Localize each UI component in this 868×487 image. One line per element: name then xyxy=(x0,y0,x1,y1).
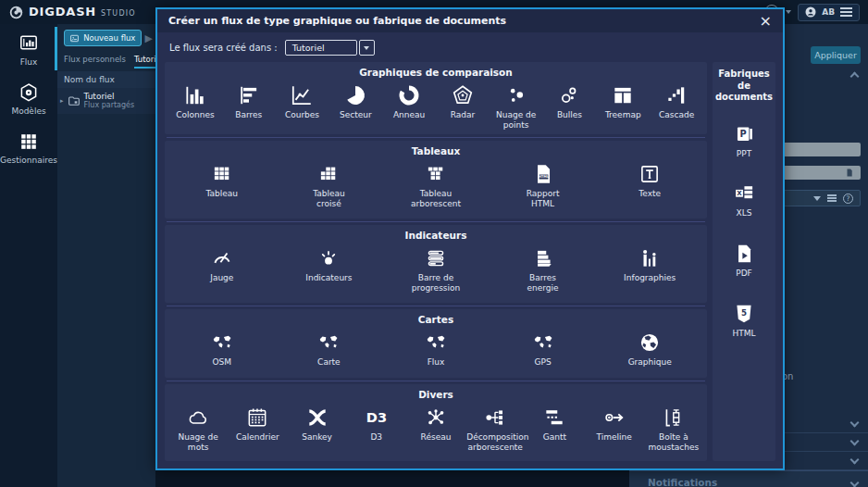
progress-bars-icon xyxy=(424,246,448,270)
globe-icon xyxy=(638,331,662,355)
flow-type-label: Décomposition arborescente xyxy=(466,432,524,453)
doc-factory-html[interactable]: 5HTML xyxy=(732,302,756,339)
new-flux-label: Nouveau flux xyxy=(83,33,135,43)
new-flux-button[interactable]: Nouveau flux xyxy=(64,30,142,46)
flow-type-label: GPS xyxy=(535,357,552,368)
sidebar-item-flux[interactable]: Flux xyxy=(0,24,57,73)
flow-type-anneau[interactable]: Anneau xyxy=(382,82,436,131)
flow-type-infographies[interactable]: Infographies xyxy=(596,245,703,293)
flow-type-label: Carte xyxy=(317,357,341,368)
options-icon[interactable] xyxy=(827,194,837,202)
flow-type-gantt[interactable]: Gantt xyxy=(525,405,584,453)
flux-list-header: Nom du flux xyxy=(57,71,155,88)
doc-factory-pdf[interactable]: PDF xyxy=(732,242,756,279)
flow-type-label: Colonnes xyxy=(176,110,214,120)
flow-type-decomposition-arborescente[interactable]: Décomposition arborescente xyxy=(465,405,525,453)
flow-type-treemap[interactable]: Treemap xyxy=(596,82,650,131)
flow-type-barre-de-progression[interactable]: Barre de progression xyxy=(382,245,490,293)
dropdown-caret-icon[interactable] xyxy=(813,196,821,201)
select-arrow-icon[interactable] xyxy=(359,40,375,56)
flow-type-reseau[interactable]: Réseau xyxy=(406,405,465,453)
section-indicateurs: IndicateursJaugeIndicateursBarre de prog… xyxy=(165,225,707,303)
sidebar-item-label: Flux xyxy=(20,57,38,67)
flow-type-radar[interactable]: Radar xyxy=(436,82,490,131)
tab-flux-personnels[interactable]: Flux personnels xyxy=(64,55,126,69)
flow-type-rapport-html[interactable]: HTMLRapport HTML xyxy=(490,161,597,209)
flow-type-label: Timeline xyxy=(597,432,632,443)
file-icon[interactable] xyxy=(845,168,854,178)
flow-type-colonnes[interactable]: Colonnes xyxy=(168,82,222,131)
flow-type-label: Texte xyxy=(639,189,661,199)
section-divider xyxy=(167,306,705,306)
flow-type-sankey[interactable]: Sankey xyxy=(287,405,346,453)
user-menu[interactable]: AB xyxy=(798,4,860,21)
flow-type-cascade[interactable]: Cascade xyxy=(650,82,703,131)
section-title: Tableaux xyxy=(168,145,703,156)
flow-type-osm[interactable]: OSM xyxy=(168,330,276,368)
doc-factory-ppt[interactable]: PPPT xyxy=(732,122,756,159)
flow-type-carte[interactable]: Carte xyxy=(276,330,383,368)
modal-title: Créer un flux de type graphique ou fabri… xyxy=(168,15,506,27)
flow-type-tableau-croise[interactable]: Tableau croisé xyxy=(276,161,383,209)
doc-factory-xls[interactable]: XXLS xyxy=(732,181,756,219)
collapse-up-icon[interactable] xyxy=(850,72,860,81)
flux-tree-item-tutoriel[interactable]: ▸ Tutoriel Flux partagés xyxy=(57,88,155,114)
flow-type-barres[interactable]: Barres xyxy=(222,82,276,131)
flow-type-jauge[interactable]: Jauge xyxy=(168,245,276,293)
flow-type-label: Barres energie xyxy=(515,273,572,293)
gantt-icon xyxy=(542,406,566,430)
app-logo: DIGDASH STUDIO xyxy=(0,5,136,20)
play-icon[interactable]: ▶ xyxy=(145,33,153,44)
flow-type-gps[interactable]: GPS xyxy=(490,330,597,368)
gauge-icon xyxy=(210,246,234,270)
flow-type-indicateurs[interactable]: Indicateurs xyxy=(276,245,383,293)
flow-type-bulles[interactable]: Bulles xyxy=(543,82,597,131)
flow-type-texte[interactable]: Texte xyxy=(596,161,703,209)
flow-type-label: Boîte à moustaches xyxy=(645,432,702,453)
close-icon[interactable]: × xyxy=(760,14,772,29)
flow-type-boite-a-moustaches[interactable]: Boîte à moustaches xyxy=(644,405,703,453)
flow-type-label: Cascade xyxy=(659,110,694,120)
section-title: Graphiques de comparaison xyxy=(168,67,703,78)
notifications-label: Notifications xyxy=(648,477,717,487)
svg-text:HTML: HTML xyxy=(538,175,549,179)
flow-type-label: Indicateurs xyxy=(305,273,352,283)
flow-type-d3[interactable]: D3D3 xyxy=(347,405,406,453)
destination-select[interactable]: Tutoriel xyxy=(285,40,375,56)
flow-type-tableau[interactable]: Tableau xyxy=(168,161,276,209)
apply-button[interactable]: Appliquer xyxy=(811,46,861,64)
flow-type-calendrier[interactable]: Calendrier xyxy=(228,405,287,453)
flow-type-label: Réseau xyxy=(421,432,452,443)
sidebar-item-label: Modèles xyxy=(11,106,45,116)
timeline-arrow-icon xyxy=(602,406,626,430)
help-small-icon[interactable]: ? xyxy=(843,194,853,204)
sidebar-item-modeles[interactable]: Modèles xyxy=(0,73,57,122)
doc-factory-label: PPT xyxy=(737,149,751,159)
treemap-icon xyxy=(611,83,635,107)
flow-type-label: Secteur xyxy=(340,110,372,120)
section-divers: DiversNuage de motsCalendrierSankeyD3D3R… xyxy=(165,384,707,461)
tree-expander-icon[interactable]: ▸ xyxy=(60,97,64,105)
flow-type-label: Infographies xyxy=(624,273,676,283)
section-divider xyxy=(167,137,705,138)
flow-type-secteur[interactable]: Secteur xyxy=(329,82,382,131)
help-dropdown-caret-icon[interactable] xyxy=(786,10,791,14)
chevron-down-icon xyxy=(850,456,860,465)
pivot-table-icon xyxy=(316,162,341,186)
flow-type-label: Jauge xyxy=(210,273,233,283)
flow-type-tableau-arborescent[interactable]: Tableau arborescent xyxy=(382,161,490,209)
section-graphiques-de-comparaison: Graphiques de comparaisonColonnesBarresC… xyxy=(165,62,707,134)
d3-logo-icon: D3 xyxy=(365,406,389,430)
flow-type-flux[interactable]: Flux xyxy=(382,330,490,368)
world-map-icon xyxy=(210,331,234,355)
destination-select-value[interactable]: Tutoriel xyxy=(285,40,357,56)
flow-type-graphique[interactable]: Graphique xyxy=(596,330,703,368)
sidebar-item-gestionnaires[interactable]: Gestionnaires xyxy=(0,122,57,171)
menu-icon[interactable] xyxy=(840,7,852,17)
flow-type-courbes[interactable]: Courbes xyxy=(276,82,329,131)
flow-type-barres-energie[interactable]: Barres energie xyxy=(490,245,597,293)
notifications-section[interactable]: Notifications xyxy=(629,470,868,487)
flow-type-nuage-de-mots[interactable]: Nuage de mots xyxy=(168,405,228,453)
flow-type-nuage-de-points[interactable]: Nuage de points xyxy=(490,82,543,131)
flow-type-timeline[interactable]: Timeline xyxy=(585,405,644,453)
